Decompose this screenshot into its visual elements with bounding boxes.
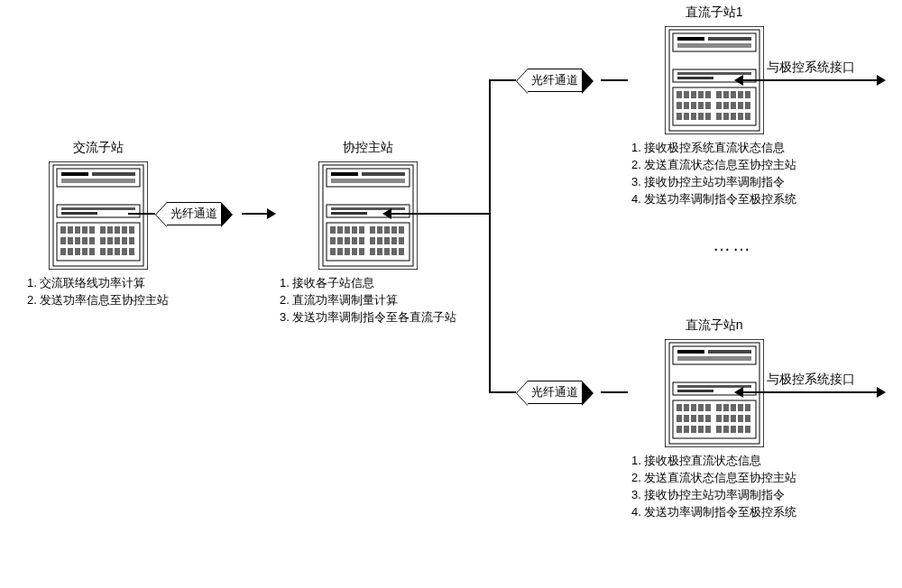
connector-line	[391, 213, 491, 215]
fiber-label-ac: 光纤通道	[167, 202, 221, 225]
fiber-label-dcn: 光纤通道	[528, 381, 582, 404]
dc1-desc: 1. 接收极控系统直流状态信息 2. 发送直流状态信息至协控主站 3. 接收协控…	[631, 140, 796, 207]
ac-desc: 1. 交流联络线功率计算 2. 发送功率信息至协控主站	[27, 275, 169, 309]
connector-line	[489, 391, 516, 393]
rack-icon	[49, 161, 148, 270]
arrowhead-icon	[877, 75, 886, 86]
arrowhead-icon	[734, 387, 743, 398]
arrowhead-icon	[877, 387, 886, 398]
connector-line	[242, 213, 269, 215]
connector-line	[128, 213, 155, 215]
dcn-title: 直流子站n	[631, 317, 796, 334]
connector-line	[743, 391, 879, 393]
ellipsis-icon: ……	[713, 234, 752, 255]
connector-line	[489, 79, 491, 393]
fiber-label-dc1: 光纤通道	[528, 69, 582, 92]
rack-icon	[665, 339, 764, 447]
ac-substation-node: 交流子站 1. 交流联络线功率计算 2. 发送功率信息至协控主站	[27, 140, 169, 309]
arrowhead-icon	[382, 208, 391, 219]
dcn-desc: 1. 接收极控直流状态信息 2. 发送直流状态信息至协控主站 3. 接收协控主站…	[631, 453, 796, 520]
master-desc: 1. 接收各子站信息 2. 直流功率调制量计算 3. 发送功率调制指令至各直流子…	[280, 275, 456, 326]
connector-line	[601, 79, 628, 81]
master-title: 协控主站	[280, 140, 456, 156]
master-station-node: 协控主站 1. 接收各子站信息 2. 直流功率调制量计算 3. 发送功率调制指令…	[280, 140, 456, 326]
connector-line	[743, 79, 879, 81]
connector-line	[601, 391, 628, 393]
ac-title: 交流子站	[27, 140, 169, 156]
dcn-substation-node: 直流子站n 1. 接收极控直流状态信息 2. 发送直流状态信息至协控主站 3. …	[631, 317, 796, 520]
dc1-title: 直流子站1	[631, 5, 796, 21]
dc1-substation-node: 直流子站1 1. 接收极控系统直流状态信息 2. 发送直流状态信息至协控主站 3…	[631, 5, 796, 207]
connector-line	[489, 79, 516, 81]
rack-icon	[318, 161, 418, 270]
iface-label-dc1: 与极控系统接口	[767, 60, 855, 76]
iface-label-dcn: 与极控系统接口	[767, 372, 855, 388]
arrowhead-icon	[734, 75, 743, 86]
